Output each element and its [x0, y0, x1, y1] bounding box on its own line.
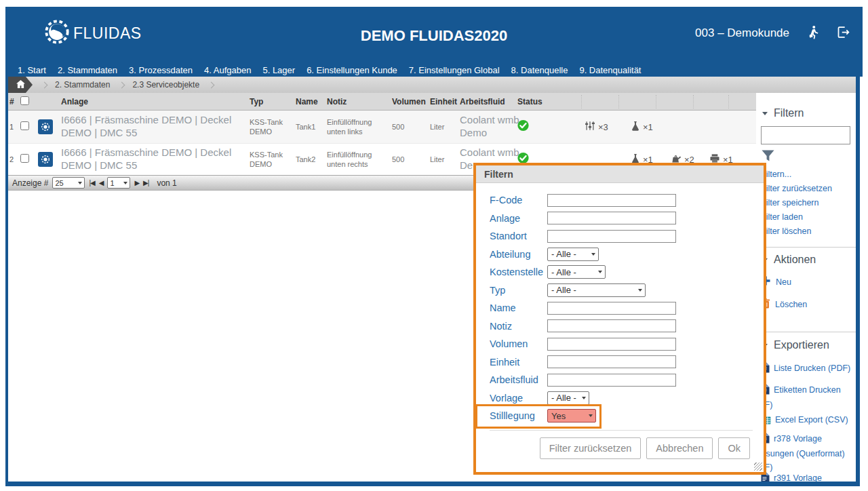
col-anlage[interactable]: Anlage	[61, 97, 245, 106]
delete-button-label: Löschen	[775, 300, 807, 309]
new-button[interactable]: Neu	[750, 276, 856, 288]
anlage-link[interactable]: I6666 | Fräsmaschine DEMO | Deckel DEMO …	[61, 114, 245, 140]
page-value: 1	[110, 179, 114, 187]
anlage-label: Anlage	[490, 213, 547, 224]
arbeitsfluid-input[interactable]	[547, 374, 676, 387]
brand[interactable]: FLUIDAS	[44, 19, 142, 47]
export-excel-csv[interactable]: Excel Export (CSV)	[750, 414, 856, 429]
col-name[interactable]: Name	[296, 97, 327, 106]
col-volumen[interactable]: Volumen	[392, 97, 430, 106]
chevron-down-icon	[589, 414, 593, 417]
actions-section-header[interactable]: Aktionen	[750, 254, 856, 266]
notiz-input[interactable]	[547, 319, 676, 332]
breadcrumb-stammdaten[interactable]: 2. Stammdaten	[55, 80, 110, 90]
col-num[interactable]: #	[9, 97, 20, 106]
measurements-badge[interactable]: ×3	[585, 121, 608, 133]
nav-item-start[interactable]: 1. Start	[18, 65, 46, 75]
export-liste-drucken[interactable]: Liste Drucken (PDF)	[750, 362, 856, 377]
filter-reset-button[interactable]: Filter zurücksetzen	[540, 437, 642, 459]
samples-badge[interactable]: ×1	[631, 153, 653, 165]
name-label: Name	[490, 302, 547, 313]
filter-funnel-icon[interactable]	[761, 149, 775, 165]
page-select[interactable]: 1	[107, 177, 130, 189]
frame-border	[856, 7, 860, 486]
home-icon	[16, 80, 25, 90]
first-page-button[interactable]: |◀	[89, 179, 94, 186]
column-separator	[656, 95, 656, 109]
col-notiz[interactable]: Notiz	[327, 97, 392, 106]
sidebar-link-filter-laden[interactable]: Filter laden	[750, 212, 856, 222]
filter-section-title: Filtern	[774, 107, 804, 119]
typ-select[interactable]: - Alle -	[547, 283, 646, 297]
vorlage-select[interactable]: - Alle -	[547, 391, 589, 405]
sidebar-link-filtern[interactable]: Filtern...	[750, 170, 856, 179]
logout-icon[interactable]	[836, 25, 850, 42]
cancel-button[interactable]: Abbrechen	[646, 437, 713, 459]
arbeitsfluid-cell: Coolant wmb Demo	[460, 114, 521, 140]
export-etiketten-drucken[interactable]: Etiketten Drucken (PDF)	[750, 384, 856, 412]
next-page-button[interactable]: ▶	[134, 179, 139, 186]
nav-item-stammdaten[interactable]: 2. Stammdaten	[58, 65, 117, 75]
samples-badge[interactable]: ×1	[631, 121, 653, 133]
filter-section-header[interactable]: Filtern	[750, 107, 856, 119]
col-arbeitsfluid[interactable]: Arbeitsfluid	[460, 97, 521, 106]
serviceobject-icon[interactable]	[38, 119, 53, 134]
resize-grip[interactable]	[754, 463, 762, 471]
sidebar-link-filter-zuruecksetzen[interactable]: Filter zurücksetzen	[750, 184, 856, 193]
breadcrumb-serviceobjekte[interactable]: 2.3 Serviceobjekte	[132, 80, 199, 90]
nav-item-datenquelle[interactable]: 8. Datenquelle	[511, 65, 568, 75]
export-section-title: Exportieren	[774, 339, 829, 351]
volumen-cell: 500	[392, 155, 430, 164]
sidebar-link-filter-loeschen[interactable]: Filter löschen	[750, 227, 856, 236]
export-section-header[interactable]: Exportieren	[750, 339, 856, 351]
prev-page-button[interactable]: ◀	[99, 179, 104, 186]
home-breadcrumb-tab[interactable]	[8, 77, 33, 93]
nav-item-datenqualitaet[interactable]: 9. Datenqualität	[579, 65, 641, 75]
flask-icon	[631, 153, 640, 165]
select-all-checkbox[interactable]	[20, 96, 29, 105]
nav-item-lager[interactable]: 5. Lager	[262, 65, 295, 75]
nav-item-aufgaben[interactable]: 4. Aufgaben	[204, 65, 251, 75]
sidebar-search-input[interactable]	[761, 126, 850, 144]
pagination-label: Anzeige #	[12, 178, 48, 188]
arbeitsfluid-label: Arbeitsfluid	[490, 374, 547, 385]
anlage-input[interactable]	[547, 212, 676, 224]
abteilung-label: Abteilung	[490, 249, 547, 260]
delete-button[interactable]: Löschen	[750, 298, 856, 311]
documents-badge[interactable]: ×1	[709, 154, 733, 165]
notiz-label: Notiz	[490, 321, 547, 332]
column-separator	[728, 95, 729, 109]
export-r378-vorlage[interactable]: r378 Vorlage Messungen (Querformat) (PDF…	[750, 433, 856, 474]
nav-item-einstellungen-global[interactable]: 7. Einstellungen Global	[409, 65, 500, 75]
page-size-select[interactable]: 25	[52, 177, 85, 189]
refill-badge[interactable]: ×2	[670, 154, 694, 165]
nav-item-einstellungen-kunde[interactable]: 6. Einstellungen Kunde	[307, 65, 397, 75]
printer-icon	[709, 154, 720, 165]
badge-count: ×1	[643, 122, 653, 132]
name-input[interactable]	[547, 302, 676, 315]
col-typ[interactable]: Typ	[250, 97, 294, 106]
einheit-input[interactable]	[547, 355, 676, 368]
volumen-input[interactable]	[547, 338, 676, 351]
chevron-down-icon	[591, 253, 595, 256]
badge-count: ×1	[723, 155, 733, 165]
col-status[interactable]: Status	[517, 97, 549, 106]
fcode-input[interactable]	[547, 194, 676, 207]
row-checkbox[interactable]	[20, 121, 29, 130]
last-page-button[interactable]: ▶|	[143, 179, 149, 186]
standort-input[interactable]	[547, 230, 676, 243]
badge-count: ×2	[684, 155, 694, 165]
ok-button[interactable]: Ok	[718, 437, 750, 459]
stilllegung-select[interactable]: Yes	[547, 409, 596, 423]
nav-item-prozessdaten[interactable]: 3. Prozessdaten	[129, 65, 193, 75]
anlage-link[interactable]: I6666 | Fräsmaschine DEMO | Deckel DEMO …	[61, 146, 245, 172]
badge-count: ×3	[598, 122, 608, 132]
abteilung-select[interactable]: - Alle -	[547, 248, 599, 261]
serviceobject-icon[interactable]	[38, 152, 53, 167]
main-nav: 1. Start 2. Stammdaten 3. Prozessdaten 4…	[18, 65, 641, 75]
kostenstelle-select[interactable]: - Alle -	[547, 265, 606, 279]
sidebar-link-filter-speichern[interactable]: Filter speichern	[750, 198, 856, 208]
row-checkbox[interactable]	[20, 154, 29, 163]
chevron-down-icon	[762, 112, 768, 115]
person-walking-icon[interactable]	[806, 25, 820, 42]
